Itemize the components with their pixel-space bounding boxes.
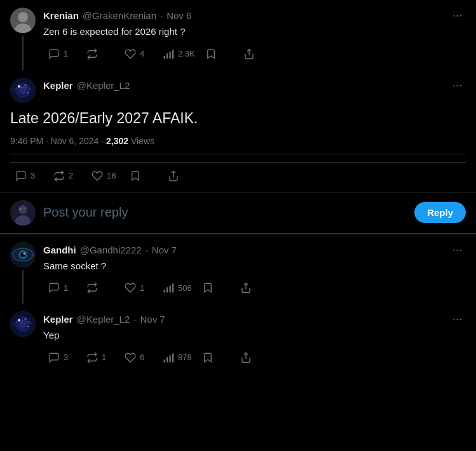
- kepler-reply-comment-action[interactable]: 3: [43, 349, 81, 366]
- kepler-more-button[interactable]: ···: [449, 77, 466, 93]
- gandhi-tweet-time: Nov 7: [152, 245, 177, 255]
- krenian-share-action[interactable]: [238, 46, 276, 62]
- kepler-reply-username[interactable]: @Kepler_L2: [77, 314, 130, 325]
- krenian-like-count: 4: [140, 49, 144, 58]
- bookmark-icon: [130, 170, 141, 182]
- gandhi-like-count: 1: [140, 283, 144, 293]
- retweet-icon: [86, 282, 98, 293]
- gandhi-views-action[interactable]: 506: [158, 279, 197, 296]
- svg-rect-5: [170, 51, 171, 58]
- svg-point-13: [27, 92, 29, 93]
- gandhi-retweet-action[interactable]: [81, 279, 119, 296]
- krenian-avatar[interactable]: [10, 8, 36, 33]
- gandhi-more-button[interactable]: ···: [449, 242, 466, 258]
- kepler-share-action[interactable]: [163, 168, 201, 184]
- svg-point-12: [25, 84, 27, 86]
- reply-input[interactable]: Post your reply: [43, 205, 407, 220]
- kepler-retweet-count: 2: [69, 171, 73, 180]
- kepler-bookmark-action[interactable]: [125, 168, 163, 184]
- views-icon: [163, 352, 174, 363]
- krenian-tweet-section: Krenian @GrakenKrenian · Nov 6 ··· Zen 6…: [0, 0, 476, 70]
- svg-rect-38: [164, 360, 165, 363]
- kepler-reply-views-action[interactable]: 878: [158, 349, 197, 366]
- krenian-display-name[interactable]: Krenian: [43, 10, 79, 21]
- krenian-like-action[interactable]: 4: [119, 46, 158, 62]
- bookmark-icon: [202, 282, 214, 293]
- like-icon: [125, 352, 136, 363]
- retweet-icon: [86, 352, 98, 363]
- share-icon: [243, 48, 255, 60]
- comment-icon: [15, 170, 27, 182]
- kepler-header-content: Kepler @Kepler_L2 ···: [43, 77, 466, 103]
- kepler-tweet-time: 9:46 PM · Nov 6, 2024 ·: [10, 136, 106, 146]
- gandhi-share-action[interactable]: [235, 279, 273, 296]
- gandhi-avatar[interactable]: [10, 242, 36, 267]
- kepler-comment-count: 3: [31, 171, 35, 180]
- kepler-main-tweet-text: Late 2026/Early 2027 AFAIK.: [10, 108, 466, 128]
- krenian-tweet-content: Krenian @GrakenKrenian · Nov 6 ··· Zen 6…: [43, 8, 466, 70]
- krenian-username[interactable]: @GrakenKrenian: [83, 10, 156, 21]
- reply-button[interactable]: Reply: [414, 202, 466, 223]
- svg-rect-28: [167, 287, 168, 292]
- kepler-display-name[interactable]: Kepler: [43, 80, 73, 91]
- retweet-icon: [53, 170, 65, 182]
- kepler-retweet-action[interactable]: 2: [48, 168, 86, 184]
- gandhi-comment-action[interactable]: 1: [43, 279, 81, 296]
- svg-rect-41: [172, 353, 173, 362]
- like-icon: [92, 170, 103, 182]
- svg-point-37: [27, 326, 29, 327]
- gandhi-bookmark-action[interactable]: [197, 279, 235, 296]
- kepler-reply-bookmark-action[interactable]: [197, 349, 235, 366]
- gandhi-thread-line: [22, 270, 24, 304]
- kepler-reply-avatar[interactable]: [10, 311, 36, 337]
- gandhi-display-name[interactable]: Gandhi: [43, 245, 76, 255]
- krenian-actions: 1 4: [43, 46, 466, 62]
- kepler-reply-display-name[interactable]: Kepler: [43, 314, 73, 325]
- krenian-bookmark-action[interactable]: [200, 46, 238, 62]
- kepler-username[interactable]: @Kepler_L2: [77, 80, 130, 91]
- thread-connector-line: [22, 36, 24, 70]
- svg-rect-4: [167, 53, 168, 58]
- kepler-views-count-bold: 2,302: [106, 136, 128, 146]
- like-icon: [125, 48, 136, 60]
- krenian-tweet-text: Zen 6 is expected for 2026 right ?: [43, 25, 466, 39]
- kepler-reply-section: Kepler @Kepler_L2 · Nov 7 ··· Yep 3: [0, 304, 476, 374]
- kepler-reply-comment-count: 3: [64, 353, 68, 362]
- kepler-avatar[interactable]: [10, 77, 36, 103]
- gandhi-like-action[interactable]: 1: [119, 279, 158, 296]
- share-icon: [168, 170, 179, 182]
- gandhi-tweet-section: Gandhi @Gandhi2222 · Nov 7 ··· Same sock…: [0, 234, 476, 304]
- svg-rect-27: [164, 290, 165, 293]
- gandhi-comment-count: 1: [64, 283, 68, 293]
- bookmark-icon: [205, 48, 217, 60]
- kepler-reply-like-action[interactable]: 6: [119, 349, 158, 366]
- share-icon: [240, 282, 252, 293]
- bookmark-icon: [202, 352, 214, 363]
- krenian-tweet-time: Nov 6: [167, 10, 191, 21]
- kepler-like-count: 18: [107, 171, 116, 180]
- krenian-retweet-action[interactable]: [81, 46, 119, 62]
- kepler-reply-time: Nov 7: [140, 314, 165, 325]
- kepler-reply-retweet-action[interactable]: 1: [81, 349, 119, 366]
- krenian-more-button[interactable]: ···: [449, 8, 466, 24]
- comment-icon: [48, 282, 60, 293]
- kepler-reply-content: Kepler @Kepler_L2 · Nov 7 ··· Yep 3: [43, 311, 466, 374]
- svg-rect-6: [172, 50, 173, 58]
- kepler-comment-action[interactable]: 3: [10, 168, 48, 184]
- krenian-views-action[interactable]: 2.3K: [158, 46, 200, 62]
- svg-point-18: [19, 208, 22, 210]
- kepler-reply-more-button[interactable]: ···: [449, 311, 466, 327]
- kepler-like-action[interactable]: 18: [86, 168, 125, 184]
- kepler-reply-views-count: 878: [178, 353, 192, 362]
- krenian-comment-action[interactable]: 1: [43, 46, 81, 62]
- reply-user-avatar[interactable]: [10, 200, 36, 226]
- views-icon: [163, 282, 174, 293]
- kepler-reply-text: Yep: [43, 328, 466, 343]
- gandhi-actions: 1 1: [43, 279, 466, 296]
- svg-rect-29: [170, 285, 171, 292]
- like-icon: [125, 282, 136, 293]
- kepler-views-label: Views: [131, 136, 154, 146]
- kepler-reply-share-action[interactable]: [235, 349, 273, 366]
- gandhi-username[interactable]: @Gandhi2222: [80, 245, 142, 255]
- svg-rect-40: [170, 355, 171, 362]
